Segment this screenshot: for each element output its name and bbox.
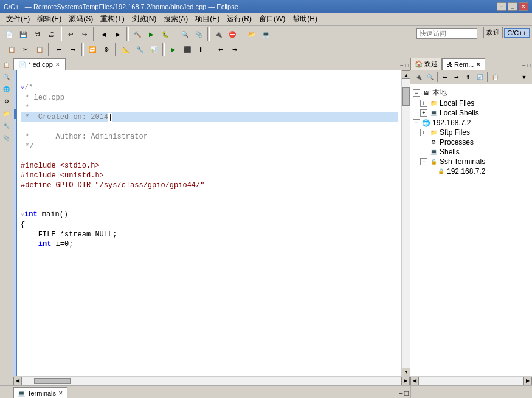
tb-new[interactable]: 📄 — [2, 27, 16, 41]
rtb-up[interactable]: ⬆ — [463, 72, 474, 83]
vscroll-track[interactable] — [402, 79, 410, 368]
editor-hscroll[interactable]: ◀ ▶ — [13, 376, 410, 385]
editor-content-area[interactable]: ▽/* * led.cpp * * Created on: 2014| * Au… — [13, 70, 410, 376]
tree-item-local-shells[interactable]: + 💻 Local Shells — [420, 108, 530, 118]
tb2-back[interactable]: ⬅ — [214, 43, 227, 56]
tb-build[interactable]: 🔨 — [131, 27, 144, 41]
right-hscroll-right[interactable]: ▶ — [523, 377, 532, 385]
hscroll-track[interactable] — [22, 377, 401, 385]
menu-edit[interactable]: 编辑(E) — [33, 13, 65, 25]
tb-redo[interactable]: ↪ — [78, 27, 91, 41]
tree-item-local[interactable]: − 🖥 本地 — [413, 87, 530, 98]
editor-minimize-icon[interactable]: − — [400, 62, 404, 69]
editor-maximize-icon[interactable]: □ — [405, 62, 409, 69]
maximize-button[interactable]: □ — [508, 2, 517, 11]
tb2-10[interactable]: 📊 — [147, 43, 161, 56]
terminal-minimize-icon[interactable]: − — [399, 389, 403, 397]
sidebar-icon-4[interactable]: ⚙ — [1, 96, 12, 107]
sidebar-icon-6[interactable]: 🔧 — [1, 120, 12, 131]
tree-item-ssh-host[interactable]: 🔒 192.168.7.2 — [427, 166, 530, 176]
quick-access-input[interactable] — [416, 28, 477, 39]
right-tab-remote[interactable]: 🖧 Rem... ✕ — [442, 58, 485, 70]
tb-prev[interactable]: ◀ — [97, 27, 111, 41]
vscroll-up[interactable]: ▲ — [402, 70, 410, 79]
tb-save[interactable]: 💾 — [16, 27, 30, 41]
perspective-welcome[interactable]: 欢迎 — [483, 27, 503, 38]
hscroll-right[interactable]: ▶ — [401, 377, 410, 385]
sidebar-icon-7[interactable]: 📎 — [1, 132, 12, 143]
sftp-expand[interactable]: + — [420, 129, 427, 136]
tb-next[interactable]: ▶ — [111, 27, 125, 41]
editor-vscroll[interactable]: ▲ ▼ — [401, 70, 410, 376]
tb2-5[interactable]: ➡ — [66, 43, 80, 56]
tree-item-local-files[interactable]: + 📁 Local Files — [420, 98, 530, 108]
rtb-show-filter[interactable]: 🔍 — [424, 72, 435, 83]
tree-item-sftp[interactable]: + 📁 Sftp Files — [420, 128, 530, 137]
remote-expand[interactable]: − — [413, 119, 420, 126]
minimize-button[interactable]: − — [497, 2, 506, 11]
tb-disconnect[interactable]: ⛔ — [226, 27, 239, 41]
menu-file[interactable]: 文件(F) — [2, 13, 33, 25]
tb-undo[interactable]: ↩ — [64, 27, 77, 41]
tb-run[interactable]: ▶ — [145, 27, 158, 41]
tb2-fwd[interactable]: ➡ — [228, 43, 241, 56]
tb2-7[interactable]: ⚙ — [100, 43, 113, 56]
tb2-run[interactable]: ▶ — [167, 43, 180, 56]
hscroll-left[interactable]: ◀ — [13, 377, 22, 385]
tree-item-shells[interactable]: 💻 Shells — [420, 147, 530, 157]
right-hscroll-left[interactable]: ◀ — [410, 377, 419, 385]
menu-help[interactable]: 帮助(H) — [289, 13, 321, 25]
tb2-pause[interactable]: ⏸ — [195, 43, 208, 56]
perspective-cpp[interactable]: C/C++ — [504, 28, 530, 38]
tb2-4[interactable]: ⬅ — [52, 43, 66, 56]
editor-tab-led[interactable]: 📄 *led.cpp ✕ — [13, 58, 66, 70]
local-files-expand[interactable]: + — [420, 100, 427, 107]
hscroll-thumb[interactable] — [34, 378, 71, 384]
tree-item-ssh-terminals[interactable]: − 🔒 Ssh Terminals — [420, 157, 530, 166]
tb2-1[interactable]: 📋 — [5, 43, 18, 56]
right-maximize-icon[interactable]: □ — [527, 62, 531, 69]
remote-tab-close[interactable]: ✕ — [476, 61, 481, 67]
right-tab-welcome[interactable]: 🏠 欢迎 — [410, 58, 442, 70]
tb-search[interactable]: 🔍 — [178, 27, 192, 41]
rtb-collapse[interactable]: 📋 — [489, 72, 500, 83]
right-hscroll[interactable]: ◀ ▶ — [410, 376, 532, 385]
menu-run[interactable]: 运行(R) — [223, 13, 255, 25]
sidebar-icon-5[interactable]: 📁 — [1, 108, 12, 119]
ssh-expand[interactable]: − — [420, 158, 427, 165]
editor-tab-close[interactable]: ✕ — [55, 61, 60, 67]
tb2-stop[interactable]: ⬛ — [181, 43, 194, 56]
tb-explore[interactable]: 📂 — [245, 27, 258, 41]
tb2-3[interactable]: 📋 — [33, 43, 46, 56]
rtb-refresh[interactable]: 🔄 — [474, 72, 485, 83]
sidebar-icon-1[interactable]: 📋 — [1, 60, 12, 70]
rtb-forward[interactable]: ➡ — [451, 72, 462, 83]
vscroll-thumb[interactable] — [402, 87, 410, 106]
sidebar-icon-3[interactable]: 🌐 — [1, 84, 12, 95]
terminal-tab-close[interactable]: ✕ — [58, 390, 63, 396]
menu-project[interactable]: 项目(E) — [192, 13, 223, 25]
sidebar-icon-2[interactable]: 🔍 — [1, 72, 12, 83]
tb2-6[interactable]: 🔁 — [86, 43, 99, 56]
close-button[interactable]: ✕ — [519, 2, 528, 11]
menu-search[interactable]: 搜索(A) — [160, 13, 192, 25]
menu-window[interactable]: 窗口(W) — [255, 13, 289, 25]
terminal-main-tab[interactable]: 💻 Terminals ✕ — [13, 387, 67, 398]
tb2-2[interactable]: ✂ — [19, 43, 32, 56]
tree-item-processes[interactable]: ⚙ Processes — [420, 137, 530, 147]
menu-navigate[interactable]: 浏览(N) — [128, 13, 161, 25]
terminal-maximize-icon[interactable]: □ — [404, 389, 409, 397]
tb-save-all[interactable]: 🖫 — [30, 27, 44, 41]
vscroll-down[interactable]: ▼ — [402, 368, 410, 376]
tb-debug[interactable]: 🐛 — [159, 27, 172, 41]
tb2-8[interactable]: 📐 — [119, 43, 133, 56]
tb-ssh[interactable]: 💻 — [259, 27, 272, 41]
menu-refactor[interactable]: 重构(T) — [97, 13, 128, 25]
right-minimize-icon[interactable]: − — [522, 62, 526, 69]
tb2-9[interactable]: 🔧 — [133, 43, 147, 56]
tb-refs[interactable]: 📎 — [192, 27, 206, 41]
tb-print[interactable]: 🖨 — [44, 27, 58, 41]
menu-source[interactable]: 源码(S) — [65, 13, 97, 25]
rtb-back[interactable]: ⬅ — [440, 72, 451, 83]
tb-new-conn[interactable]: 🔌 — [212, 27, 225, 41]
